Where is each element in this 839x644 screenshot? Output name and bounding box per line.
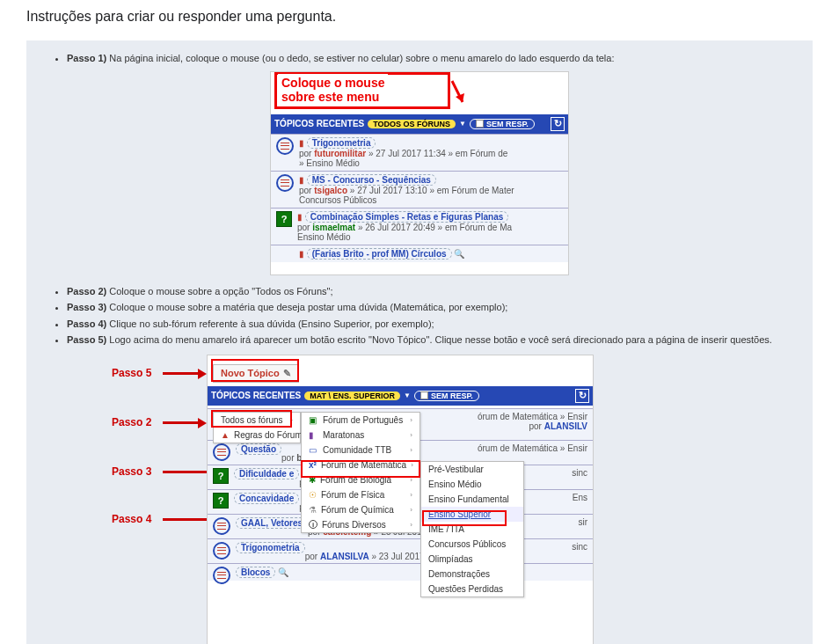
monitor-icon: ▭ [309,445,318,455]
warning-icon: ▲ [221,430,230,440]
topic-icon [276,137,294,155]
step-3: Passo 3) Coloque o mouse sobre a matéria… [67,300,797,315]
topic-link[interactable]: Combinação Simples - Retas e Figuras Pla… [305,211,509,223]
question-badge-icon: ? [213,493,229,509]
callout-line-2: sobre este menu [281,90,379,104]
topic-link[interactable]: (Farias Brito - prof MM) Círculos [307,248,452,260]
flag-icon: ▮ [299,175,304,185]
menu-item-quimica[interactable]: ⚗Fórum de Química› [302,502,420,517]
refresh-icon[interactable]: ↻ [551,117,565,131]
menu-item-olimpiadas[interactable]: Olimpíadas [421,552,523,567]
flag-icon: ▮ [309,430,318,440]
topic-link[interactable]: Dificuldade e [234,468,299,479]
dropdown-icon[interactable]: ▼ [459,120,466,128]
step-2-text: Coloque o mouse sobre a opção "Todos os … [106,286,332,296]
callout-line-1: Coloque o mouse [281,76,384,90]
instructions-block: Passo 1) Na página inicial, coloque o mo… [26,40,813,644]
dropdown-icon[interactable]: ▼ [404,392,411,399]
topic-icon [213,567,230,584]
menu-item-ens-fund[interactable]: Ensino Fundamental [421,492,523,507]
bar-label: TÓPICOS RECENTES [211,391,301,400]
menu-item-comunidade[interactable]: ▭Comunidade TTB› [302,443,420,457]
page-title: Instruções para criar ou responder uma p… [26,9,813,25]
menu-item-portugues[interactable]: ▣Fórum de Português› [302,413,420,428]
topic-icon [213,517,230,535]
author-link[interactable]: tsigalco [314,186,347,195]
menu-item-fisica[interactable]: ☉Fórum de Física› [302,487,420,502]
step-4-label: Passo 4) [67,318,106,329]
menu-item-pre-vest[interactable]: Pré-Vestibular [421,462,523,477]
step-3-callout: Passo 3 [112,465,151,478]
screenshot-1: Coloque o mouse sobre este menu TÓPICOS … [270,71,569,275]
menu-item-perdidas[interactable]: Questões Perdidas [421,582,523,596]
step-5-label: Passo 5) [67,334,106,345]
info-icon: i [309,520,317,529]
step-4: Passo 4) Clique no sub-fórum referente à… [67,317,797,332]
step-5-text: Logo acima do menu amarelo irá aparecer … [106,334,772,345]
topic-row: Blocos 🔍 [208,563,593,581]
topic-link[interactable]: Concavidade [234,493,299,504]
forum-bar-2: TÓPICOS RECENTES MAT \ ENS. SUPERIOR ▼ S… [208,386,593,406]
bar-label: TÓPICOS RECENTES [274,119,364,128]
topic-row: Trigonometria sinc por ALANSILVA » 23 Ju… [208,538,593,563]
menu-item-ens-medio[interactable]: Ensino Médio [421,477,523,492]
sem-resp-toggle[interactable]: SEM RESP. [470,119,535,129]
topic-link[interactable]: Blocos [236,567,275,578]
step-1-label: Passo 1) [67,53,106,63]
menu-item-maratonas[interactable]: ▮Maratonas› [302,428,420,443]
step-2-label: Passo 2) [67,286,106,296]
flag-icon: ▮ [297,212,303,222]
book-icon: ▣ [309,415,318,425]
screenshot-2: Novo Tópico✎ TÓPICOS RECENTES MAT \ ENS.… [207,355,594,645]
search-icon: 🔍 [278,567,288,577]
step-1: Passo 1) Na página inicial, coloque o mo… [67,51,797,66]
author-link[interactable]: ALANSILV [544,421,587,431]
step-3-text: Coloque o mouse sobre a matéria que dese… [106,302,507,312]
topic-row[interactable]: ▮ MS - Concurso - Sequências por tsigalc… [271,171,568,208]
topic-link[interactable]: Trigonometria [236,542,305,553]
forum-bar: TÓPICOS RECENTES TODOS OS FÓRUNS ▼ SEM R… [271,114,568,134]
menu-item-diversos[interactable]: iFóruns Diversos› [302,517,420,532]
search-icon: 🔍 [454,249,464,259]
step-2: Passo 2) Coloque o mouse sobre a opção "… [67,284,797,299]
menu-item-rules[interactable]: ▲Regras do Fórum [214,428,300,443]
step-5: Passo 5) Logo acima do menu amarelo irá … [67,333,797,348]
step-4-text: Clique no sub-fórum referente à sua dúvi… [106,318,434,329]
flag-icon: ▮ [299,249,304,259]
physics-icon: ☉ [309,490,317,500]
menu-item-concursos[interactable]: Concursos Públicos [421,537,523,552]
topic-link[interactable]: MS - Concurso - Sequências [307,174,436,186]
topic-icon [213,443,230,461]
topic-icon [213,542,230,560]
step-2-callout: Passo 2 [112,416,151,428]
step-4-callout: Passo 4 [112,513,151,525]
step-1-text: Na página inicial, coloque o mouse (ou o… [106,53,614,63]
chemistry-icon: ⚗ [309,505,317,515]
forum-filter-pill[interactable]: MAT \ ENS. SUPERIOR [304,392,400,400]
menu-item-demonstracoes[interactable]: Demonstrações [421,567,523,582]
step-5-callout: Passo 5 [112,367,151,379]
topic-link[interactable]: GAAL, Vetores [236,517,308,529]
topic-link[interactable]: Trigonometria [307,137,376,149]
flag-icon: ▮ [299,138,304,148]
question-badge-icon: ? [213,468,229,484]
question-badge-icon: ? [276,211,292,227]
topic-row[interactable]: ▮ Trigonometria por futuromilitar » 27 J… [271,134,568,171]
sem-resp-toggle[interactable]: SEM RESP. [414,391,479,401]
step-3-label: Passo 3) [67,302,106,312]
author-link[interactable]: ismaelmat [312,223,355,232]
subforums-menu: Pré-Vestibular Ensino Médio Ensino Funda… [420,461,524,597]
topic-row[interactable]: ▮ (Farias Brito - prof MM) Círculos 🔍 [271,245,568,262]
refresh-icon[interactable]: ↻ [575,389,589,403]
author-link[interactable]: futuromilitar [314,149,366,158]
topic-link[interactable]: Questão [236,443,281,455]
author-link[interactable]: ALANSILVA [320,552,369,561]
topic-icon [276,174,294,192]
topic-row[interactable]: ? ▮ Combinação Simples - Retas e Figuras… [271,208,568,245]
forum-filter-pill[interactable]: TODOS OS FÓRUNS [368,120,456,128]
